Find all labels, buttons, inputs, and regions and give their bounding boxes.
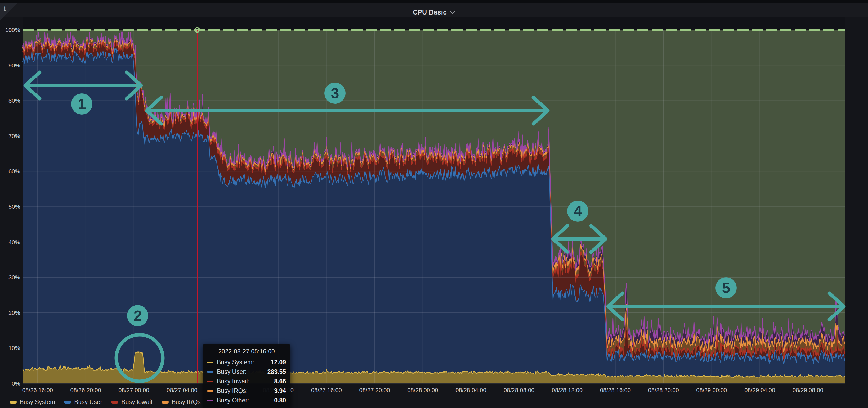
x-axis-tick-label: 08/29 00:00 [692,387,732,394]
x-axis-tick-label: 08/26 16:00 [18,387,58,394]
x-axis-tick-label: 08/28 20:00 [644,387,683,394]
x-axis-tick-label: 08/27 16:00 [307,387,346,394]
legend-item-busy-user[interactable]: Busy User [64,399,102,406]
tooltip-row: Busy Iowait:8.66 [207,378,286,385]
x-axis-tick-label: 08/26 20:00 [66,387,106,394]
legend-item-busy-iowait[interactable]: Busy Iowait [111,399,153,406]
x-axis-tick-label: 08/27 20:00 [355,387,395,394]
legend-label: Busy IRQs [172,399,201,406]
tooltip-series-label: Busy Iowait: [217,378,269,385]
tooltip-series-label: Busy Other: [217,397,269,404]
y-axis-tick-label: 20% [0,310,20,316]
annotation-badge-number-2: 2 [133,307,142,324]
x-axis-tick-label: 08/29 04:00 [740,387,780,394]
legend: Busy SystemBusy UserBusy IowaitBusy IRQs [9,399,201,406]
tooltip-series-dash-icon [207,371,213,373]
y-axis-tick-label: 30% [0,274,20,281]
y-axis-tick-label: 60% [0,168,20,175]
legend-label: Busy Iowait [121,399,153,406]
annotation-badge-number-5: 5 [722,279,730,296]
y-axis-tick-label: 100% [0,27,20,34]
tooltip-series-value: 12.09 [271,359,286,366]
y-axis-tick-label: 40% [0,239,20,246]
annotation-badge-number-1: 1 [78,96,86,112]
x-axis-tick-label: 08/28 08:00 [499,387,539,394]
tooltip-series-value: 8.66 [274,378,286,385]
x-axis-tick-label: 08/27 00:00 [114,387,154,394]
x-axis-tick-label: 08/29 08:00 [788,387,828,394]
tooltip-series-dash-icon [207,362,213,363]
legend-swatch-icon [9,401,17,404]
y-axis-tick-label: 50% [0,203,20,210]
legend-label: Busy User [74,399,102,406]
legend-item-busy-system[interactable]: Busy System [9,399,55,406]
y-axis-tick-label: 10% [0,345,20,352]
annotation-badge-number-3: 3 [331,85,339,101]
tooltip-series-label: Busy IRQs: [217,387,269,395]
y-axis-tick-label: 0% [0,380,20,387]
grafana-panel: { "panel": { "title": "CPU Basic", "info… [0,0,868,408]
x-axis-tick-label: 08/28 00:00 [403,387,442,394]
chart-tooltip: 2022-08-27 05:16:00 Busy System:12.09Bus… [203,344,290,408]
legend-swatch-icon [64,401,71,404]
tooltip-row: Busy System:12.09 [207,359,286,366]
annotation-badge-number-4: 4 [574,203,582,219]
legend-label: Busy System [20,399,55,406]
tooltip-timestamp: 2022-08-27 05:16:00 [207,348,286,355]
tooltip-series-value: 0.80 [274,397,286,404]
tooltip-series-label: Busy User: [217,368,263,375]
x-axis-tick-label: 08/28 12:00 [547,387,587,394]
y-axis-tick-label: 80% [0,97,20,104]
legend-swatch-icon [111,401,118,404]
tooltip-series-dash-icon [207,390,213,392]
tooltip-row: Busy IRQs:3.94 [207,387,286,395]
tooltip-series-value: 283.55 [268,368,286,375]
tooltip-series-dash-icon [207,400,213,401]
x-axis-tick-label: 08/28 16:00 [595,387,635,394]
tooltip-row: Busy User:283.55 [207,368,286,375]
x-axis-tick-label: 08/27 04:00 [162,387,202,394]
y-axis-tick-label: 70% [0,133,20,140]
tooltip-series-value: 3.94 [274,387,286,395]
legend-swatch-icon [161,401,169,404]
legend-item-busy-irqs[interactable]: Busy IRQs [161,399,201,406]
x-axis-tick-label: 08/28 04:00 [451,387,491,394]
cpu-usage-chart[interactable]: 12345 [0,0,868,408]
y-axis-tick-label: 90% [0,62,20,69]
tooltip-series-label: Busy System: [217,359,266,366]
tooltip-series-dash-icon [207,381,213,382]
tooltip-row: Busy Other:0.80 [207,397,286,404]
